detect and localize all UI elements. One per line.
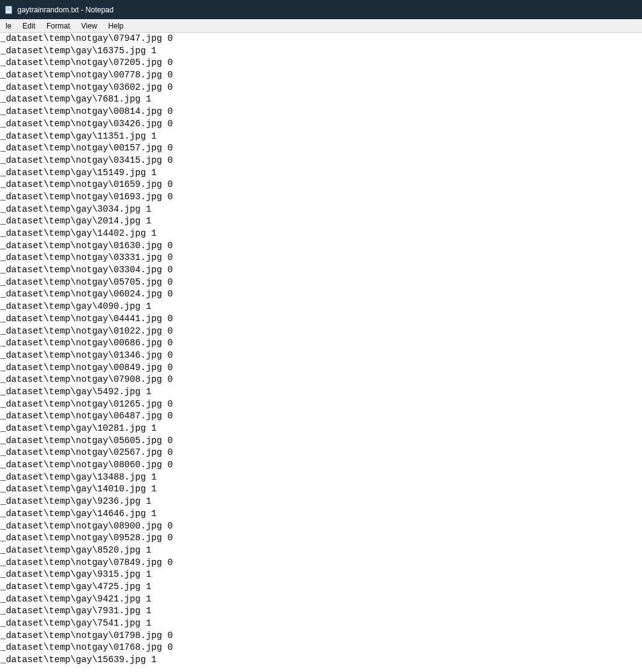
text-line: y_dataset\temp\notgay\01693.jpg 0 bbox=[0, 191, 642, 204]
menu-file[interactable]: le bbox=[0, 20, 17, 32]
menu-edit[interactable]: Edit bbox=[17, 20, 41, 32]
text-line: y_dataset\temp\gay\7681.jpg 1 bbox=[0, 93, 642, 106]
text-line: y_dataset\temp\gay\13488.jpg 1 bbox=[0, 472, 642, 484]
text-line: y_dataset\temp\notgay\01022.jpg 0 bbox=[0, 325, 642, 338]
window-titlebar[interactable]: gaytrainrandom.txt - Notepad bbox=[0, 0, 642, 19]
text-line: y_dataset\temp\notgay\03602.jpg 0 bbox=[0, 82, 642, 94]
text-line: y_dataset\temp\notgay\01346.jpg 0 bbox=[0, 350, 642, 362]
text-line: y_dataset\temp\gay\3034.jpg 1 bbox=[0, 204, 642, 216]
text-line: y_dataset\temp\notgay\01265.jpg 0 bbox=[0, 398, 642, 411]
text-line: y_dataset\temp\notgay\04441.jpg 0 bbox=[0, 313, 642, 325]
text-line: y_dataset\temp\notgay\08060.jpg 0 bbox=[0, 459, 642, 472]
text-line: y_dataset\temp\notgay\01768.jpg 0 bbox=[0, 642, 642, 654]
text-line: y_dataset\temp\notgay\03426.jpg 0 bbox=[0, 118, 642, 131]
text-line: y_dataset\temp\notgay\00686.jpg 0 bbox=[0, 337, 642, 350]
text-line: y_dataset\temp\gay\2014.jpg 1 bbox=[0, 215, 642, 228]
menu-format[interactable]: Format bbox=[41, 20, 76, 32]
text-line: y_dataset\temp\notgay\06024.jpg 0 bbox=[0, 288, 642, 301]
text-line: y_dataset\temp\gay\7541.jpg 1 bbox=[0, 618, 642, 630]
text-line: y_dataset\temp\gay\4090.jpg 1 bbox=[0, 301, 642, 313]
text-line: y_dataset\temp\notgay\05605.jpg 0 bbox=[0, 435, 642, 447]
menu-bar: le Edit Format View Help bbox=[0, 19, 642, 33]
text-line: y_dataset\temp\notgay\00849.jpg 0 bbox=[0, 362, 642, 374]
text-line: y_dataset\temp\gay\14646.jpg 1 bbox=[0, 508, 642, 520]
text-line: y_dataset\temp\gay\10281.jpg 1 bbox=[0, 423, 642, 435]
text-line: y_dataset\temp\notgay\06487.jpg 0 bbox=[0, 410, 642, 423]
text-line: y_dataset\temp\notgay\08900.jpg 0 bbox=[0, 520, 642, 533]
window-title: gaytrainrandom.txt - Notepad bbox=[17, 6, 113, 14]
svg-rect-0 bbox=[6, 6, 12, 14]
text-line: y_dataset\temp\gay\5492.jpg 1 bbox=[0, 386, 642, 398]
notepad-icon bbox=[4, 5, 14, 15]
text-line: y_dataset\temp\gay\9315.jpg 1 bbox=[0, 569, 642, 581]
text-line: y_dataset\temp\notgay\00157.jpg 0 bbox=[0, 142, 642, 155]
text-line: y_dataset\temp\gay\16375.jpg 1 bbox=[0, 45, 642, 58]
text-line: y_dataset\temp\notgay\07849.jpg 0 bbox=[0, 557, 642, 569]
text-line: y_dataset\temp\gay\11351.jpg 1 bbox=[0, 131, 642, 143]
text-content[interactable]: y_dataset\temp\notgay\07947.jpg 0y_datas… bbox=[0, 33, 642, 672]
menu-help[interactable]: Help bbox=[103, 20, 129, 32]
text-line: y_dataset\temp\gay\8520.jpg 1 bbox=[0, 545, 642, 557]
text-line: y_dataset\temp\notgay\03304.jpg 0 bbox=[0, 264, 642, 277]
text-line: y_dataset\temp\notgay\03331.jpg 0 bbox=[0, 252, 642, 264]
text-line: y_dataset\temp\gay\4725.jpg 1 bbox=[0, 581, 642, 593]
text-line: y_dataset\temp\gay\14010.jpg 1 bbox=[0, 483, 642, 496]
text-line: y_dataset\temp\gay\9421.jpg 1 bbox=[0, 593, 642, 606]
text-line: y_dataset\temp\notgay\00814.jpg 0 bbox=[0, 106, 642, 118]
text-line: y_dataset\temp\notgay\07908.jpg 0 bbox=[0, 374, 642, 386]
text-line: y_dataset\temp\notgay\01798.jpg 0 bbox=[0, 630, 642, 642]
menu-view[interactable]: View bbox=[76, 20, 103, 32]
text-line: y_dataset\temp\notgay\02567.jpg 0 bbox=[0, 447, 642, 459]
text-line: y_dataset\temp\gay\9236.jpg 1 bbox=[0, 496, 642, 508]
text-line: y_dataset\temp\notgay\01630.jpg 0 bbox=[0, 240, 642, 252]
text-line: y_dataset\temp\gay\15639.jpg 1 bbox=[0, 654, 642, 666]
text-line: y_dataset\temp\gay\7931.jpg 1 bbox=[0, 605, 642, 618]
text-line: y_dataset\temp\notgay\05705.jpg 0 bbox=[0, 277, 642, 289]
text-line: y_dataset\temp\notgay\09528.jpg 0 bbox=[0, 532, 642, 545]
text-line: y_dataset\temp\notgay\01659.jpg 0 bbox=[0, 179, 642, 191]
text-line: y_dataset\temp\notgay\03415.jpg 0 bbox=[0, 155, 642, 167]
text-line: y_dataset\temp\gay\14402.jpg 1 bbox=[0, 228, 642, 240]
text-line: y_dataset\temp\notgay\00778.jpg 0 bbox=[0, 69, 642, 82]
text-line: y_dataset\temp\notgay\07205.jpg 0 bbox=[0, 57, 642, 69]
text-line: y_dataset\temp\notgay\07947.jpg 0 bbox=[0, 33, 642, 45]
text-line: y_dataset\temp\gay\15149.jpg 1 bbox=[0, 167, 642, 179]
